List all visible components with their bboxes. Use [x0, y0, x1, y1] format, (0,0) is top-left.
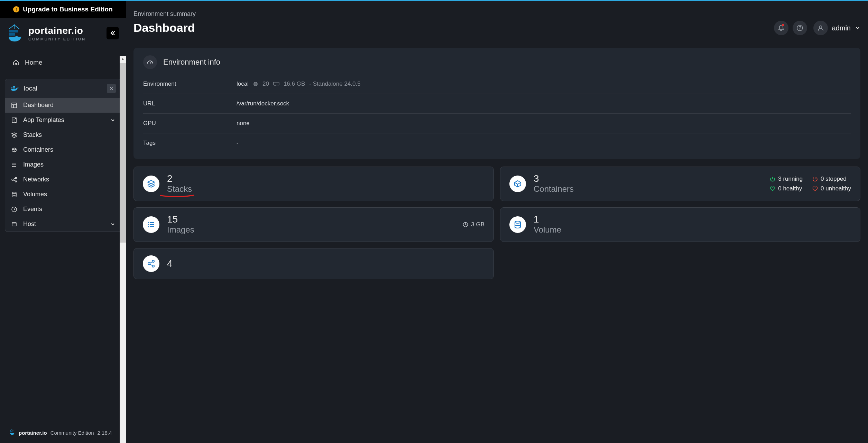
nav-events-label: Events	[23, 206, 42, 213]
unhealthy-count: 0 unhealthy	[821, 185, 851, 192]
svg-point-24	[12, 166, 12, 167]
dashboard-icon	[11, 102, 18, 109]
running-count: 3 running	[778, 176, 803, 182]
close-environment-button[interactable]: ✕	[107, 84, 116, 93]
info-row-tags: Tags -	[143, 133, 851, 153]
svg-rect-11	[13, 86, 14, 87]
svg-rect-13	[12, 103, 17, 108]
info-row-gpu: GPU none	[143, 113, 851, 133]
svg-point-61	[148, 222, 149, 223]
scrollbar-thumb[interactable]	[120, 63, 126, 243]
svg-point-22	[12, 163, 12, 163]
sidebar-item-containers[interactable]: Containers	[5, 142, 121, 157]
sidebar-item-volumes[interactable]: Volumes	[5, 187, 121, 202]
sidebar-item-host[interactable]: Host	[5, 217, 121, 232]
templates-icon	[11, 117, 18, 123]
nav-templates-label: App Templates	[23, 116, 64, 124]
svg-rect-44	[255, 83, 256, 85]
home-label: Home	[25, 59, 43, 66]
svg-rect-43	[254, 83, 257, 85]
portainer-logo-icon	[8, 24, 24, 42]
svg-rect-32	[12, 223, 16, 226]
images-icon	[11, 162, 18, 168]
cpu-count: 20	[262, 81, 269, 87]
url-label: URL	[143, 100, 237, 107]
svg-rect-34	[12, 429, 12, 431]
help-button[interactable]	[793, 21, 807, 35]
home-icon	[12, 59, 19, 66]
user-name: admin	[832, 24, 851, 32]
svg-point-40	[800, 29, 800, 30]
nav-containers-label: Containers	[23, 146, 53, 153]
events-icon	[11, 206, 18, 213]
footer-edition: Community Edition	[50, 430, 94, 436]
sidebar-item-events[interactable]: Events	[5, 202, 121, 217]
memory-icon	[273, 82, 279, 86]
nav-stacks-label: Stacks	[23, 131, 42, 139]
sidebar-item-stacks[interactable]: Stacks	[5, 128, 121, 142]
containers-tile-icon	[509, 176, 526, 192]
svg-rect-53	[274, 82, 279, 85]
sidebar-item-images[interactable]: Images	[5, 157, 121, 172]
sidebar-footer: portainer.io Community Edition 2.18.4	[0, 423, 126, 443]
svg-point-27	[15, 181, 17, 182]
svg-rect-4	[12, 30, 15, 32]
volumes-count: 1	[534, 215, 561, 224]
tags-label: Tags	[143, 140, 237, 147]
nav-host-label: Host	[23, 220, 36, 228]
mode-value: - Standalone 24.0.5	[309, 81, 360, 87]
tile-networks[interactable]: 4	[133, 248, 494, 279]
page-title: Dashboard	[133, 21, 774, 35]
svg-line-42	[150, 62, 151, 64]
containers-label: Containers	[534, 184, 574, 194]
svg-line-29	[13, 180, 15, 181]
cpu-icon	[253, 81, 258, 87]
chevron-down-icon	[110, 222, 115, 227]
heart-icon	[770, 186, 775, 191]
volumes-icon	[11, 191, 18, 198]
annotation-underline	[160, 195, 194, 197]
gpu-value: none	[237, 120, 851, 127]
sidebar-item-app-templates[interactable]: App Templates	[5, 113, 121, 128]
logo-row: portainer.io COMMUNITY EDITION	[0, 18, 126, 50]
svg-rect-9	[13, 87, 14, 88]
svg-rect-7	[12, 33, 15, 36]
nav-volumes-label: Volumes	[23, 191, 47, 198]
svg-point-30	[12, 192, 16, 193]
sidebar-item-networks[interactable]: Networks	[5, 172, 121, 187]
portainer-footer-logo-icon	[10, 429, 15, 436]
nav-networks-label: Networks	[23, 176, 49, 183]
stacks-label: Stacks	[167, 184, 192, 194]
environment-header[interactable]: local ✕	[5, 79, 121, 98]
notifications-button[interactable]	[774, 21, 788, 35]
chevron-double-left-icon	[110, 30, 116, 36]
logo-edition: COMMUNITY EDITION	[28, 37, 86, 41]
sidebar-scrollbar[interactable]: ▲	[120, 56, 126, 443]
svg-point-68	[152, 265, 154, 267]
svg-line-2	[14, 25, 19, 29]
stacks-icon	[11, 132, 18, 138]
svg-rect-37	[10, 431, 11, 432]
svg-line-1	[9, 25, 14, 29]
tile-images[interactable]: 15 Images 3 GB	[133, 207, 494, 242]
tile-containers[interactable]: 3 Containers 3 running 0 stopped 0 healt…	[500, 167, 860, 201]
collapse-sidebar-button[interactable]	[107, 27, 119, 39]
networks-count: 4	[167, 259, 173, 268]
tile-volumes[interactable]: 1 Volume	[500, 207, 860, 242]
chevron-down-icon	[110, 118, 115, 123]
main-content: Environment summary Dashboard admin	[126, 1, 868, 443]
volumes-tile-icon	[509, 216, 526, 233]
svg-rect-10	[14, 87, 15, 88]
sidebar-item-home[interactable]: Home	[3, 54, 123, 71]
sidebar-item-dashboard[interactable]: Dashboard	[5, 98, 121, 113]
upgrade-banner[interactable]: ↑ Upgrade to Business Edition	[0, 1, 126, 18]
breadcrumb: Environment summary	[133, 10, 774, 18]
environment-name: local	[24, 85, 102, 92]
svg-rect-8	[11, 87, 12, 88]
help-icon	[796, 25, 803, 31]
tile-stacks[interactable]: 2 Stacks	[133, 167, 494, 201]
user-menu[interactable]: admin	[813, 21, 860, 35]
svg-point-66	[148, 263, 150, 265]
power-icon	[812, 176, 818, 182]
svg-line-69	[150, 262, 153, 263]
